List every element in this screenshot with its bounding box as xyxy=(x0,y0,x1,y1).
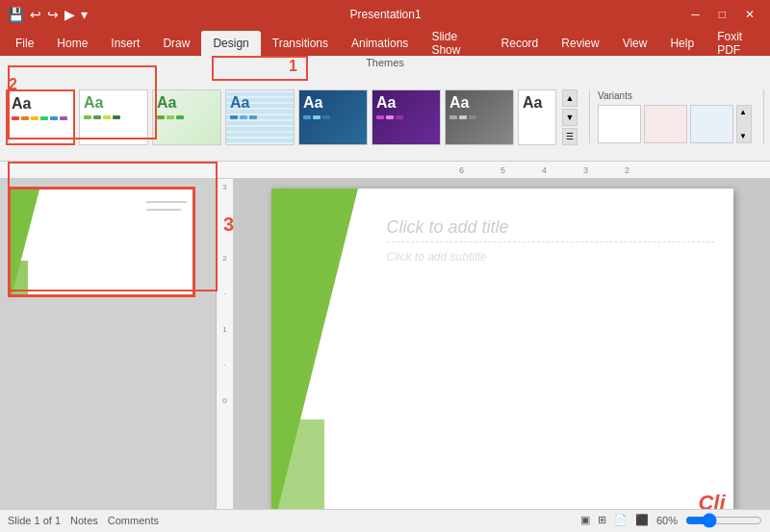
redo-icon[interactable]: ↪ xyxy=(47,7,59,22)
theme-item-7[interactable]: Aa xyxy=(445,89,514,145)
zoom-level: 60% xyxy=(656,515,678,526)
theme-5-bars xyxy=(303,115,330,119)
close-button[interactable]: ✕ xyxy=(737,8,762,21)
themes-scroll-down[interactable]: ▼ xyxy=(562,109,578,126)
slide-subtitle-placeholder: Click to add subtitle xyxy=(387,250,714,264)
theme-1-aa: Aa xyxy=(12,95,31,113)
theme-item-3[interactable]: Aa xyxy=(152,89,221,145)
tab-draw[interactable]: Draw xyxy=(151,31,201,56)
view-presenter[interactable]: ⬛ xyxy=(635,514,649,526)
annotation-2: 2 xyxy=(9,76,17,93)
tab-design[interactable]: Design xyxy=(201,31,260,56)
view-slide-sorter[interactable]: ⊞ xyxy=(598,514,606,526)
tab-view[interactable]: View xyxy=(611,31,659,56)
zoom-slider[interactable] xyxy=(685,513,762,528)
theme-item-5[interactable]: Aa xyxy=(298,89,368,145)
green-bottom-rect xyxy=(271,419,324,509)
ribbon-tabs: File Home Insert Draw Design Transitions… xyxy=(0,29,770,56)
view-normal[interactable]: ▣ xyxy=(580,514,590,526)
canvas-area: Click to add title Click to add subtitle… xyxy=(234,179,770,509)
tab-insert[interactable]: Insert xyxy=(99,31,151,56)
tab-home[interactable]: Home xyxy=(45,31,99,56)
window-title: Presentation1 xyxy=(88,8,683,21)
themes-row: Aa 2 Aa xyxy=(6,75,764,159)
theme-7-aa: Aa xyxy=(449,94,469,112)
themes-scroll-controls: ▲ ▼ ☰ xyxy=(562,89,578,145)
themes-section-label: Themes xyxy=(358,56,412,69)
tab-record[interactable]: Record xyxy=(490,31,551,56)
slide-count: Slide 1 of 1 xyxy=(8,515,61,526)
tab-help[interactable]: Help xyxy=(658,31,706,56)
status-left: Slide 1 of 1 Notes Comments xyxy=(8,515,159,526)
theme-1-bars xyxy=(12,116,67,120)
ruler-3: 3 xyxy=(222,183,226,191)
theme-2-aa: Aa xyxy=(84,94,103,112)
slide-thumbnail-content: ▬▬▬▬▬▬▬▬▬▬▬▬▬ xyxy=(11,190,192,294)
title-bar: 💾 ↩ ↪ ▶ ▾ Presentation1 ─ □ ✕ xyxy=(0,0,770,29)
slide-title-area[interactable]: Click to add title Click to add subtitle xyxy=(387,217,714,264)
ruler-1: 1 xyxy=(222,325,226,334)
status-right: ▣ ⊞ 📄 ⬛ 60% xyxy=(580,513,762,528)
variants-row: ▲ ▼ xyxy=(598,105,752,143)
slide-thumbnail-1[interactable]: ▬▬▬▬▬▬▬▬▬▬▬▬▬ xyxy=(8,187,195,297)
theme-4-aa: Aa xyxy=(230,94,249,112)
customize-icon[interactable]: ▾ xyxy=(81,7,88,22)
tab-review[interactable]: Review xyxy=(550,31,610,56)
minimize-button[interactable]: ─ xyxy=(683,8,707,21)
watermark-area: Cli muaban.net xyxy=(680,491,726,509)
themes-more[interactable]: ☰ xyxy=(562,128,578,145)
theme-item-4[interactable]: Aa xyxy=(225,89,295,145)
theme-3-bars xyxy=(157,115,184,119)
ruler-2: 2 xyxy=(222,254,226,263)
design-options-group: Variants ▲ ▼ xyxy=(589,90,752,143)
theme-6-bars xyxy=(376,115,403,119)
theme-3-aa: Aa xyxy=(157,94,176,112)
theme-item-2[interactable]: Aa xyxy=(79,89,148,145)
variant-2[interactable] xyxy=(644,105,687,143)
watermark-text: Cli xyxy=(680,491,726,509)
slide-panel: ▬▬▬▬▬▬▬▬▬▬▬▬▬ 3 xyxy=(0,179,217,509)
status-notes: Notes xyxy=(70,515,98,526)
present-icon[interactable]: ▶ xyxy=(64,7,75,22)
theme-7-bars xyxy=(449,115,476,119)
tab-file[interactable]: File xyxy=(4,31,45,56)
theme-8-aa: Aa xyxy=(523,94,542,112)
ruler-0: 0 xyxy=(222,396,226,405)
variant-scroll[interactable]: ▲ ▼ xyxy=(736,105,752,143)
tab-transitions[interactable]: Transitions xyxy=(261,31,340,56)
tab-animations[interactable]: Animations xyxy=(340,31,420,56)
theme-item-1[interactable]: Aa xyxy=(6,89,75,145)
theme-6-aa: Aa xyxy=(376,94,396,112)
theme-2-bars xyxy=(84,115,120,119)
thumb-text-placeholder: ▬▬▬▬▬▬▬▬▬▬▬▬▬ xyxy=(146,197,187,214)
variant-1[interactable] xyxy=(598,105,641,143)
theme-4-bars xyxy=(230,115,257,119)
view-reading[interactable]: 📄 xyxy=(614,514,628,526)
thumb-bottom-rect xyxy=(11,261,28,294)
save-icon[interactable]: 💾 xyxy=(8,7,24,22)
ruler-1-5: · xyxy=(223,290,225,298)
themes-scroll-up[interactable]: ▲ xyxy=(562,89,578,107)
window-controls: ─ □ ✕ xyxy=(683,8,762,21)
tab-foxit[interactable]: Foxit PDF xyxy=(706,31,770,56)
canvas-wrapper: 3 · 2 · 1 · 0 Click to add title Click t… xyxy=(217,179,770,509)
theme-item-8[interactable]: Aa xyxy=(518,89,556,145)
slide-canvas[interactable]: Click to add title Click to add subtitle… xyxy=(271,189,733,509)
quick-access-toolbar: 💾 ↩ ↪ ▶ ▾ xyxy=(8,7,88,22)
maximize-button[interactable]: □ xyxy=(711,8,733,21)
slide-title-placeholder: Click to add title xyxy=(387,217,714,242)
ruler-top: 6 5 4 3 2 xyxy=(0,162,770,179)
status-bar: Slide 1 of 1 Notes Comments ▣ ⊞ 📄 ⬛ 60% xyxy=(0,509,770,530)
theme-item-6[interactable]: Aa xyxy=(372,89,441,145)
ribbon: Themes Aa 2 Aa xyxy=(0,56,770,162)
ruler-0-5: · xyxy=(223,361,225,369)
theme-5-aa: Aa xyxy=(303,94,322,112)
undo-icon[interactable]: ↩ xyxy=(30,7,41,22)
status-comments: Comments xyxy=(108,515,159,526)
variant-3[interactable] xyxy=(690,105,733,143)
tab-slideshow[interactable]: Slide Show xyxy=(420,31,489,56)
ruler-top-numbers: 6 5 4 3 2 xyxy=(455,165,770,175)
annotation-1: 1 xyxy=(289,58,297,75)
variants-label: Variants xyxy=(598,90,752,101)
customize-group: Slide Size ▾ Format Background Customize xyxy=(763,89,764,144)
